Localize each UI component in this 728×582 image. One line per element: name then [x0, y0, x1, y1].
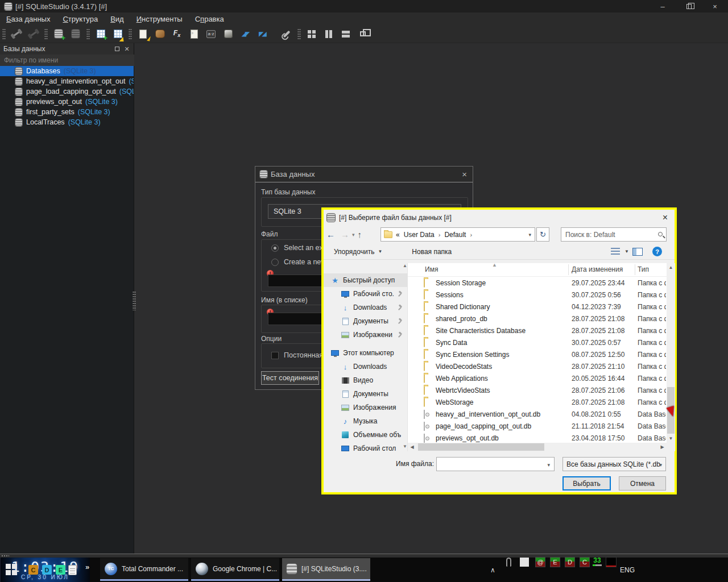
file-row[interactable]: shared_proto_db28.07.2025 21:08Папка с ф — [408, 313, 675, 325]
configuration-icon[interactable] — [281, 28, 292, 40]
nav-scroll-up-icon[interactable]: ▲ — [403, 263, 407, 268]
address-bar[interactable]: « User Data › Default › ▾ — [380, 227, 535, 242]
chevron-down-icon[interactable]: ▾ — [547, 462, 550, 468]
nav-desktop[interactable]: Рабочий стол — [324, 442, 407, 451]
layout-cascade-icon[interactable] — [357, 28, 369, 40]
dialog-close-icon[interactable]: × — [663, 213, 668, 223]
nav-scroll-down-icon[interactable]: ▼ — [403, 444, 407, 449]
filter-by-name-input[interactable] — [0, 55, 134, 66]
import-icon[interactable] — [154, 28, 166, 40]
column-type[interactable]: Тип — [638, 265, 649, 273]
menu-database[interactable]: База данных — [0, 13, 56, 25]
nav-videos[interactable]: Видео — [324, 373, 407, 387]
panel-float-icon[interactable] — [114, 45, 121, 52]
notepad-icon[interactable] — [68, 565, 77, 575]
filename-combo[interactable]: ▾ — [436, 457, 555, 471]
file-row[interactable]: previews_opt_out.db23.04.2018 17:50Data … — [408, 432, 675, 444]
file-row[interactable]: Session Storage29.07.2025 23:44Папка с ф — [408, 277, 675, 289]
menu-tools[interactable]: Инструменты — [130, 13, 189, 25]
collations-editor-icon[interactable]: ‹› — [188, 28, 200, 40]
help-icon[interactable]: ? — [652, 247, 662, 256]
select-button[interactable]: Выбрать — [562, 476, 611, 490]
expand-all-icon[interactable]: ◤◢ — [257, 28, 268, 40]
file-row[interactable]: WebStorage28.07.2025 21:08Папка с ф — [408, 396, 675, 408]
tree-item-heavy-ad[interactable]: heavy_ad_intervention_opt_out(S — [0, 76, 134, 86]
white-square-tray-icon[interactable] — [520, 558, 529, 567]
tray-c-icon[interactable]: C — [580, 558, 589, 567]
language-indicator[interactable]: ENG — [620, 558, 635, 582]
quick-launch-c-icon[interactable]: C — [28, 565, 38, 575]
tree-item-databases[interactable]: Databases(SQLite 3) — [0, 66, 134, 76]
nav-3d-objects[interactable]: Объемные объ — [324, 428, 407, 442]
nav-pictures-pinned[interactable]: Изображени — [324, 328, 407, 342]
panel-splitter-handle[interactable] — [133, 291, 136, 310]
tray-black-square-icon[interactable] — [606, 558, 616, 567]
tray-at-icon[interactable]: @ — [536, 558, 545, 567]
up-icon[interactable]: ↑ — [358, 230, 362, 239]
menu-help[interactable]: Справка — [189, 13, 230, 25]
restore-button[interactable] — [676, 0, 702, 13]
nav-documents-pinned[interactable]: Документы — [324, 314, 407, 328]
cancel-button[interactable]: Отмена — [619, 476, 666, 490]
layout-columns-icon[interactable] — [323, 28, 334, 40]
taskbar-sqlitestudio[interactable]: [#] SQLiteStudio (3.... — [282, 558, 370, 581]
functions-editor-icon[interactable]: Fx — [171, 28, 183, 40]
file-row[interactable]: WebrtcVideoStats28.07.2025 21:06Папка с … — [408, 384, 675, 396]
file-row[interactable]: Site Characteristics Database28.07.2025 … — [408, 325, 675, 336]
scroll-down-icon[interactable]: ▼ — [667, 434, 675, 443]
disconnect-icon[interactable] — [28, 28, 39, 40]
nav-downloads[interactable]: ↓Downloads — [324, 360, 407, 373]
open-sql-editor-icon[interactable] — [137, 28, 148, 40]
clipboard-tray-icon[interactable] — [506, 558, 511, 567]
remove-database-icon[interactable] — [70, 28, 81, 40]
menu-view[interactable]: Вид — [104, 13, 130, 25]
file-row[interactable]: VideoDecodeStats28.07.2025 21:10Папка с … — [408, 360, 675, 372]
back-icon[interactable]: ← — [326, 230, 335, 239]
forward-icon[interactable]: → — [341, 230, 349, 239]
test-connection-button[interactable]: Тест соединения — [261, 371, 319, 385]
file-row[interactable]: Sync Data30.07.2025 0:57Папка с ф — [408, 336, 675, 348]
breadcrumb-user-data[interactable]: User Data — [404, 231, 435, 239]
toolbar-grip[interactable] — [2, 28, 6, 40]
nav-this-pc[interactable]: Этот компьютер — [324, 346, 407, 360]
start-button[interactable] — [6, 564, 18, 576]
layout-rows-icon[interactable] — [340, 28, 351, 40]
nav-music[interactable]: ♪Музыка — [324, 414, 407, 428]
breadcrumb-default[interactable]: Default — [444, 231, 466, 239]
file-row[interactable]: Sessions30.07.2025 0:56Папка с ф — [408, 289, 675, 301]
filename-input[interactable] — [437, 458, 539, 471]
add-database-icon[interactable] — [53, 28, 64, 40]
file-type-filter[interactable]: Все базы данных SQLite (*.db * ▾ — [562, 457, 666, 471]
charset-converter-icon[interactable]: a·z — [205, 28, 217, 40]
refresh-icon[interactable]: ↻ — [536, 227, 549, 242]
file-row[interactable]: Sync Extension Settings08.07.2025 12:50П… — [408, 348, 675, 360]
tray-d-icon[interactable]: D — [565, 558, 574, 567]
more-toolbars-chevron[interactable]: » — [85, 562, 89, 572]
scroll-up-icon[interactable]: ▲ — [667, 263, 675, 272]
panel-close-icon[interactable]: ✕ — [123, 45, 130, 52]
toolbar-grip[interactable] — [129, 28, 132, 40]
tray-expand-icon[interactable]: ∧ — [490, 558, 495, 582]
menu-structure[interactable]: Структура — [56, 13, 104, 25]
generate-table-icon[interactable] — [112, 28, 123, 40]
dialog-close-icon[interactable]: × — [462, 169, 467, 179]
extensions-icon[interactable] — [222, 28, 234, 40]
nav-downloads-pinned[interactable]: ↓Downloads — [324, 301, 407, 314]
search-box[interactable] — [561, 227, 667, 242]
file-row[interactable]: Shared Dictionary04.12.2023 7:39Папка с … — [408, 301, 675, 313]
toolbar-grip[interactable] — [297, 28, 301, 40]
file-row[interactable]: page_load_capping_opt_out.db21.11.2018 2… — [408, 420, 675, 432]
collapse-all-icon[interactable]: ◢◤ — [239, 28, 251, 40]
history-chevron-icon[interactable]: ▾ — [352, 232, 355, 238]
view-mode-icon[interactable] — [611, 248, 620, 256]
taskbar-total-commander[interactable]: TCTotal Commander ... — [100, 558, 188, 581]
scrollbar-thumb[interactable] — [418, 443, 544, 451]
nav-pictures[interactable]: Изображения — [324, 401, 407, 414]
tree-item-page-load[interactable]: page_load_capping_opt_out(SQLi — [0, 86, 134, 97]
close-button[interactable]: × — [702, 0, 728, 13]
column-date[interactable]: Дата изменения — [572, 265, 623, 273]
organize-button[interactable]: Упорядочить▼ — [334, 248, 382, 256]
tree-item-first-party[interactable]: first_party_sets(SQLite 3) — [0, 107, 134, 117]
tray-counter-icon[interactable]: 33 — [593, 558, 602, 582]
scroll-right-icon[interactable]: ▶ — [658, 443, 667, 451]
